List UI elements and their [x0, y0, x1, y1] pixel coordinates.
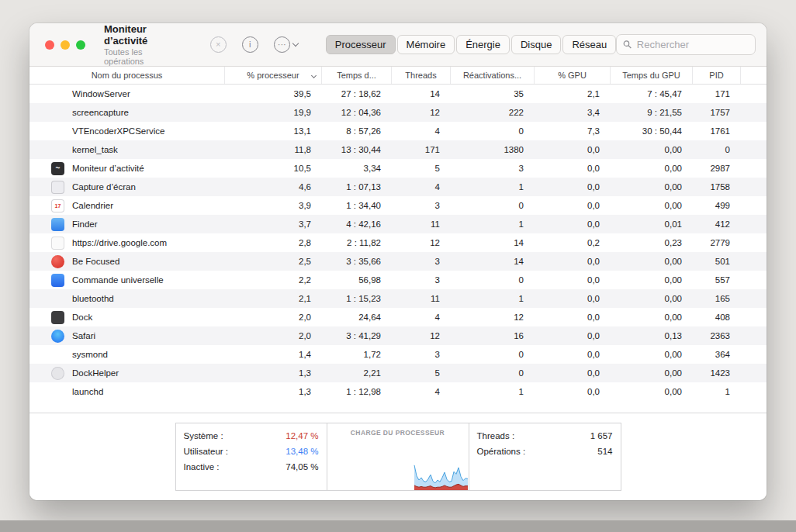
- cell-gpu: 0,0: [535, 159, 611, 178]
- cell-threads: 4: [392, 382, 451, 401]
- finder-icon: [51, 218, 64, 231]
- column-header-threads[interactable]: Threads: [392, 67, 451, 84]
- process-row[interactable]: Be Focused2,53 : 35,663140,00,00501: [29, 252, 767, 271]
- column-header-name[interactable]: Nom du processus: [29, 67, 225, 84]
- cell-gpu: 0,0: [535, 271, 611, 289]
- process-row[interactable]: screencapture19,912 : 04,36122223,49 : 2…: [29, 103, 767, 122]
- cell-gpu: 7,3: [535, 122, 611, 140]
- universal-control-icon: [51, 274, 64, 287]
- cell-time: 2 : 11,82: [322, 233, 392, 252]
- cell-gpu: 0,0: [535, 289, 611, 308]
- quit-process-icon: ×: [210, 36, 227, 53]
- cell-gpu_time: 0,00: [611, 196, 693, 215]
- cell-react: 35: [451, 85, 535, 103]
- process-row[interactable]: https://drive.google.com2,82 : 11,821214…: [29, 233, 767, 252]
- cell-cpu: 19,9: [225, 103, 322, 122]
- process-name: kernel_task: [72, 140, 118, 159]
- process-name: VTEncoderXPCService: [72, 122, 165, 140]
- cell-react: 12: [451, 308, 535, 326]
- cell-gpu_time: 9 : 21,55: [611, 103, 693, 122]
- cell-time: 27 : 18,62: [322, 85, 392, 103]
- process-row[interactable]: ~Moniteur d’activité10,53,34530,00,00298…: [29, 159, 767, 178]
- cell-react: 14: [451, 233, 535, 252]
- cell-react: 1: [451, 215, 535, 233]
- toolbar-actions: × i ···: [210, 36, 298, 53]
- process-name: Capture d’écran: [72, 178, 136, 196]
- cell-gpu_time: 0,00: [611, 140, 693, 159]
- tab-processeur[interactable]: Processeur: [326, 35, 396, 54]
- column-header-gpu_time[interactable]: Temps du GPU: [611, 67, 693, 84]
- cell-pid: 2363: [693, 326, 741, 345]
- column-header-react[interactable]: Réactivations...: [451, 67, 535, 84]
- close-button[interactable]: [45, 40, 54, 50]
- process-row[interactable]: Finder3,74 : 42,161110,00,01412: [29, 215, 767, 233]
- cell-threads: 3: [392, 196, 451, 215]
- process-row[interactable]: VTEncoderXPCService13,18 : 57,26407,330 …: [29, 122, 767, 140]
- cpu-stat-row: Inactive :74,05 %: [176, 459, 327, 475]
- process-row[interactable]: kernel_task11,813 : 30,4417113800,00,000: [29, 140, 767, 159]
- cpu-stat-label: Inactive :: [184, 459, 220, 475]
- cell-gpu_time: 0,00: [611, 159, 693, 178]
- process-row[interactable]: Commande universelle2,256,98300,00,00557: [29, 271, 767, 289]
- cell-cpu: 2,2: [225, 271, 322, 289]
- counts-stat-label: Opérations :: [477, 444, 526, 459]
- cell-react: 16: [451, 326, 535, 345]
- no-icon: [51, 385, 64, 399]
- no-icon: [51, 292, 64, 306]
- cell-pid: 171: [693, 85, 741, 103]
- column-header-cpu[interactable]: % processeur: [225, 67, 322, 84]
- cell-pid: 557: [693, 271, 741, 289]
- cell-threads: 3: [392, 345, 451, 364]
- cell-react: 0: [451, 271, 535, 289]
- process-row[interactable]: DockHelper1,32,21500,00,001423: [29, 364, 767, 382]
- tab-memoire[interactable]: Mémoire: [397, 35, 455, 54]
- cell-gpu_time: 0,13: [611, 326, 693, 345]
- view-options-button[interactable]: ···: [274, 36, 298, 53]
- column-header-pid[interactable]: PID: [693, 67, 741, 84]
- inspect-process-button[interactable]: i: [242, 36, 258, 53]
- cell-threads: 12: [392, 326, 451, 345]
- cell-gpu: 0,0: [535, 364, 611, 382]
- minimize-button[interactable]: [61, 40, 70, 50]
- cell-threads: 11: [392, 289, 451, 308]
- tab-energie[interactable]: Énergie: [456, 35, 510, 54]
- process-name: bluetoothd: [72, 289, 114, 308]
- cell-react: 3: [451, 159, 535, 178]
- cell-gpu: 0,0: [535, 345, 611, 364]
- zoom-button[interactable]: [76, 40, 85, 50]
- process-row[interactable]: Capture d’écran4,61 : 07,13410,00,001758: [29, 178, 767, 196]
- cell-gpu_time: 7 : 45,47: [611, 85, 693, 103]
- no-icon: [51, 348, 64, 361]
- tab-reseau[interactable]: Réseau: [562, 35, 616, 54]
- cell-threads: 5: [392, 364, 451, 382]
- process-row[interactable]: 17Calendrier3,91 : 34,40300,00,00499: [29, 196, 767, 215]
- screenshot-app-icon: [51, 181, 64, 194]
- cell-cpu: 1,3: [225, 382, 322, 401]
- counts-panel: Threads :1 657Opérations :514: [469, 423, 621, 491]
- cell-time: 3 : 41,29: [322, 326, 392, 345]
- cell-time: 13 : 30,44: [322, 140, 392, 159]
- activity-monitor-window: Moniteur d’activité Toutes les opération…: [29, 23, 767, 500]
- process-row[interactable]: launchd1,31 : 12,98410,00,001: [29, 382, 767, 401]
- cell-pid: 165: [693, 289, 741, 308]
- cell-gpu: 0,0: [535, 326, 611, 345]
- dock-icon: [51, 311, 64, 324]
- process-row[interactable]: WindowServer39,527 : 18,6214352,17 : 45,…: [29, 85, 767, 103]
- cell-react: 222: [451, 103, 535, 122]
- cell-gpu_time: 0,00: [611, 364, 693, 382]
- column-header-time[interactable]: Temps d...: [322, 67, 392, 84]
- cell-threads: 171: [392, 140, 451, 159]
- process-row[interactable]: Dock2,024,644120,00,00408: [29, 308, 767, 326]
- process-row[interactable]: Safari2,03 : 41,2912160,00,132363: [29, 326, 767, 345]
- cpu-stat-value: 12,47 %: [286, 428, 318, 444]
- column-header-gpu[interactable]: % GPU: [535, 67, 611, 84]
- process-row[interactable]: sysmond1,41,72300,00,00364: [29, 345, 767, 364]
- tab-disque[interactable]: Disque: [511, 35, 561, 54]
- quit-process-button[interactable]: ×: [210, 36, 227, 53]
- search-input[interactable]: [637, 39, 749, 50]
- process-row[interactable]: bluetoothd2,11 : 15,231110,00,00165: [29, 289, 767, 308]
- cell-gpu_time: 0,00: [611, 252, 693, 271]
- process-name: Commande universelle: [72, 271, 164, 289]
- search-field[interactable]: [616, 34, 756, 55]
- info-icon: i: [242, 36, 258, 53]
